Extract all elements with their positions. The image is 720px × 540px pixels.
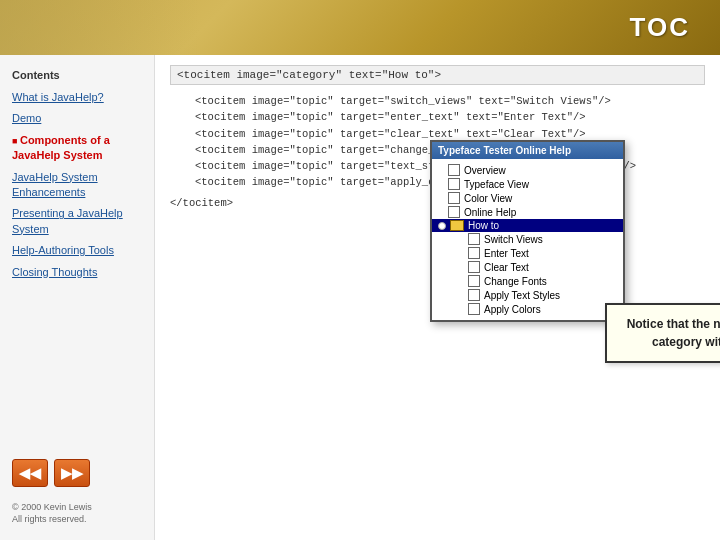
toc-label-switch: Switch Views: [484, 234, 543, 245]
notice-text: Notice that the nest creates a category …: [627, 317, 720, 349]
copyright: © 2000 Kevin Lewis All rights reserved.: [0, 497, 154, 530]
toc-label-styles: Apply Text Styles: [484, 290, 560, 301]
nav-back-button[interactable]: ◀◀: [12, 459, 48, 487]
toc-label-fonts: Change Fonts: [484, 276, 547, 287]
toc-item-apply-styles[interactable]: Apply Text Styles: [432, 288, 623, 302]
toc-label-overview: Overview: [464, 165, 506, 176]
sidebar-item-what-is-javahelp[interactable]: What is JavaHelp?: [0, 87, 154, 108]
page-header: TOC: [0, 0, 720, 55]
nav-forward-button[interactable]: ▶▶: [54, 459, 90, 487]
content-area: <tocitem image="category" text="How to">…: [155, 55, 720, 540]
screenshot-popup: Typeface Tester Online Help Overview Typ…: [430, 140, 625, 322]
sidebar-item-enhancements[interactable]: JavaHelp System Enhancements: [0, 167, 154, 204]
toc-item-typeface-view[interactable]: Typeface View: [432, 177, 623, 191]
toc-item-clear-text[interactable]: Clear Text: [432, 260, 623, 274]
nav-buttons: ◀◀ ▶▶: [0, 449, 154, 497]
page-icon-typeface: [448, 178, 460, 190]
toc-item-online-help[interactable]: Online Help: [432, 205, 623, 219]
sidebar-item-closing[interactable]: Closing Thoughts: [0, 262, 154, 283]
page-icon-styles: [468, 289, 480, 301]
page-icon-switch: [468, 233, 480, 245]
page-icon-enter: [468, 247, 480, 259]
page-icon-color: [448, 192, 460, 204]
toc-label-clear: Clear Text: [484, 262, 529, 273]
toc-label-color: Color View: [464, 193, 512, 204]
toc-item-switch-views[interactable]: Switch Views: [432, 232, 623, 246]
page-icon-apply-colors: [468, 303, 480, 315]
toc-label-enter: Enter Text: [484, 248, 529, 259]
screenshot-titlebar: Typeface Tester Online Help: [432, 142, 623, 159]
sidebar-item-help-authoring[interactable]: Help-Authoring Tools: [0, 240, 154, 261]
toc-item-enter-text[interactable]: Enter Text: [432, 246, 623, 260]
page-icon-overview: [448, 164, 460, 176]
notice-box: Notice that the nest creates a category …: [605, 303, 720, 363]
toc-item-how-to[interactable]: How to: [432, 219, 623, 232]
code-header: <tocitem image="category" text="How to">: [170, 65, 705, 85]
toc-label-how-to: How to: [468, 220, 499, 231]
toc-label-typeface: Typeface View: [464, 179, 529, 190]
page-title: TOC: [630, 12, 690, 43]
page-icon-online: [448, 206, 460, 218]
sidebar: Contents What is JavaHelp? Demo Componen…: [0, 55, 155, 540]
toc-item-overview[interactable]: Overview: [432, 163, 623, 177]
folder-icon-how-to: [450, 220, 464, 231]
toc-item-apply-colors[interactable]: Apply Colors: [432, 302, 623, 316]
sidebar-item-demo[interactable]: Demo: [0, 108, 154, 129]
code-line-1: <tocitem image="topic" target="switch_vi…: [195, 93, 705, 109]
header-decoration: [0, 0, 200, 55]
toc-item-change-fonts[interactable]: Change Fonts: [432, 274, 623, 288]
toc-item-color-view[interactable]: Color View: [432, 191, 623, 205]
sidebar-item-components[interactable]: Components of a JavaHelp System: [0, 130, 154, 167]
page-icon-fonts: [468, 275, 480, 287]
toc-label-online: Online Help: [464, 207, 516, 218]
code-line-2: <tocitem image="topic" target="enter_tex…: [195, 109, 705, 125]
page-icon-clear: [468, 261, 480, 273]
expand-icon-how-to: [438, 222, 446, 230]
sidebar-title: Contents: [0, 65, 154, 87]
main-layout: Contents What is JavaHelp? Demo Componen…: [0, 55, 720, 540]
sidebar-item-presenting[interactable]: Presenting a JavaHelp System: [0, 203, 154, 240]
toc-label-apply-colors: Apply Colors: [484, 304, 541, 315]
screenshot-content: Overview Typeface View Color View Online…: [432, 159, 623, 320]
